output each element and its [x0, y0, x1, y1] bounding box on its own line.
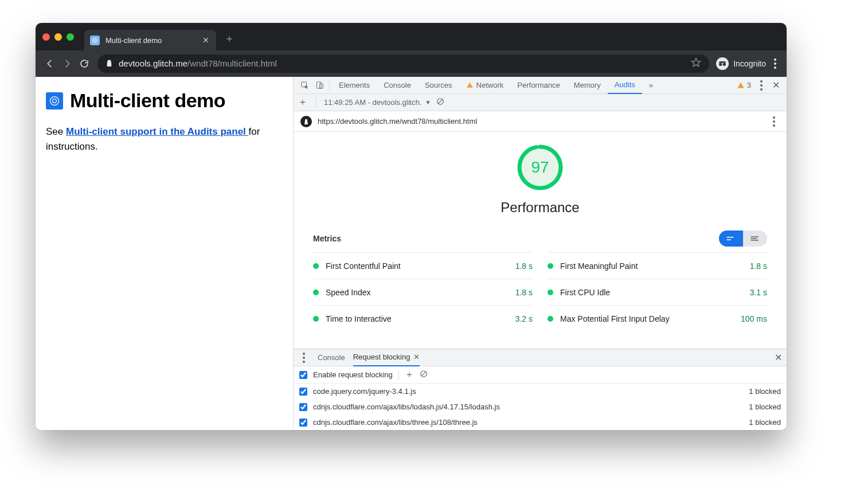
tab-elements[interactable]: Elements: [332, 77, 377, 94]
drawer-close-icon[interactable]: ✕: [775, 352, 782, 363]
metrics-grid: First Contentful Paint 1.8 s First Meani…: [294, 252, 787, 331]
incognito-indicator[interactable]: Incognito: [716, 57, 766, 70]
pattern-text: code.jquery.com/jquery-3.4.1.js: [313, 387, 416, 396]
audited-url-row: https://devtools.glitch.me/wndt78/multic…: [294, 111, 787, 132]
audited-url: https://devtools.glitch.me/wndt78/multic…: [318, 117, 477, 126]
url-path: /wndt78/multiclient.html: [187, 58, 277, 68]
audits-toolbar: ＋ 11:49:25 AM - devtools.glitch. ▼: [294, 94, 787, 111]
tab-memory[interactable]: Memory: [567, 77, 608, 94]
devtools-close-icon[interactable]: ✕: [768, 80, 783, 91]
metric-fmp: First Meaningful Paint 1.8 s: [548, 252, 767, 279]
window-controls: [42, 33, 74, 41]
devtools-settings-menu[interactable]: [756, 80, 767, 91]
metrics-view-toggle: [719, 230, 767, 247]
enable-request-blocking-checkbox[interactable]: [299, 371, 307, 379]
tab-network-label: Network: [476, 81, 504, 89]
metrics-heading: Metrics: [313, 234, 341, 243]
clear-audits-icon[interactable]: [436, 97, 444, 107]
omnibox[interactable]: devtools.glitch.me/wndt78/multiclient.ht…: [97, 54, 709, 73]
drawer-tab-console[interactable]: Console: [318, 349, 345, 366]
minimize-window-button[interactable]: [54, 33, 62, 41]
view-compact-button[interactable]: [719, 230, 743, 247]
performance-gauge: 97: [516, 143, 564, 192]
request-blocking-controls: Enable request blocking ＋: [294, 366, 787, 384]
incognito-label: Incognito: [733, 59, 766, 68]
page-content: Multi-client demo See Multi-client suppo…: [36, 77, 294, 430]
audit-url-menu[interactable]: [768, 116, 780, 127]
separator: [329, 80, 330, 91]
svg-line-20: [421, 372, 426, 376]
browser-menu-button[interactable]: [769, 58, 781, 69]
metric-value: 100 ms: [741, 314, 767, 323]
svg-point-5: [50, 96, 59, 105]
warnings-count: 3: [747, 81, 751, 89]
close-window-button[interactable]: [42, 33, 50, 41]
tab-title: Multi-client demo: [105, 36, 162, 45]
pattern-checkbox[interactable]: [299, 419, 307, 427]
metric-value: 3.1 s: [750, 288, 767, 297]
back-button[interactable]: [41, 55, 58, 72]
svg-point-4: [723, 62, 726, 65]
view-expanded-button[interactable]: [743, 230, 767, 247]
status-dot-icon: [548, 290, 553, 295]
forward-button[interactable]: [58, 55, 76, 72]
metric-value: 3.2 s: [515, 314, 533, 323]
add-pattern-button[interactable]: ＋: [405, 369, 414, 381]
separator: [398, 370, 399, 380]
instructions-link[interactable]: Multi-client support in the Audits panel: [66, 126, 249, 137]
metric-value: 1.8 s: [515, 261, 533, 271]
blocked-pattern-row[interactable]: code.jquery.com/jquery-3.4.1.js 1 blocke…: [294, 384, 787, 399]
browser-window: Multi-client demo ✕ ＋ devtools.glitch.me…: [36, 23, 787, 430]
devtools-tabs: Elements Console Sources Network Perform…: [332, 77, 660, 94]
pattern-text: cdnjs.cloudflare.com/ajax/libs/three.js/…: [313, 418, 478, 427]
svg-point-3: [719, 62, 722, 65]
drawer-tab-label: Request blocking: [353, 353, 411, 361]
metric-name: First CPU Idle: [560, 288, 743, 297]
clear-patterns-icon[interactable]: [420, 370, 428, 380]
svg-marker-2: [692, 58, 701, 67]
page-title: Multi-client demo: [70, 89, 225, 112]
warnings-badge[interactable]: 3: [733, 81, 755, 89]
pattern-checkbox[interactable]: [299, 388, 307, 396]
drawer-more-menu[interactable]: [298, 353, 310, 363]
blocked-count: 1 blocked: [749, 403, 781, 411]
page-logo-icon: [46, 92, 63, 110]
metric-mpfid: Max Potential First Input Delay 100 ms: [548, 305, 767, 331]
content-area: Multi-client demo See Multi-client suppo…: [36, 77, 787, 430]
metric-name: Time to Interactive: [326, 314, 509, 323]
more-tabs-button[interactable]: »: [642, 77, 660, 94]
blocked-count: 1 blocked: [749, 387, 781, 396]
blocked-pattern-row[interactable]: cdnjs.cloudflare.com/ajax/libs/lodash.js…: [294, 399, 787, 415]
metric-fcp: First Contentful Paint 1.8 s: [313, 252, 533, 279]
close-tab-icon[interactable]: ✕: [202, 36, 209, 44]
pattern-checkbox[interactable]: [299, 403, 307, 411]
audit-run-selector[interactable]: 11:49:25 AM - devtools.glitch. ▼: [324, 98, 431, 107]
incognito-icon: [716, 57, 729, 70]
browser-tab[interactable]: Multi-client demo ✕: [84, 30, 216, 50]
zoom-window-button[interactable]: [67, 33, 74, 41]
blocked-pattern-row[interactable]: cdnjs.cloudflare.com/ajax/libs/three.js/…: [294, 415, 787, 430]
lock-icon: [105, 60, 113, 67]
status-dot-icon: [313, 290, 319, 295]
bookmark-star-icon[interactable]: [691, 57, 701, 69]
drawer-tab-request-blocking[interactable]: Request blocking ✕: [353, 349, 420, 366]
new-tab-button[interactable]: ＋: [224, 32, 234, 45]
text-see: See: [46, 126, 66, 137]
inspect-element-icon[interactable]: [297, 81, 312, 89]
svg-rect-8: [316, 82, 321, 88]
tab-console[interactable]: Console: [377, 77, 418, 94]
tab-audits[interactable]: Audits: [608, 77, 642, 94]
device-toolbar-icon[interactable]: [312, 81, 327, 89]
lighthouse-report: 97 Performance Metrics: [294, 132, 787, 349]
tab-sources[interactable]: Sources: [418, 77, 459, 94]
reload-button[interactable]: [76, 55, 93, 72]
metric-value: 1.8 s: [515, 288, 533, 297]
pattern-text: cdnjs.cloudflare.com/ajax/libs/lodash.js…: [313, 403, 500, 411]
new-audit-button[interactable]: ＋: [298, 96, 307, 108]
status-dot-icon: [548, 263, 553, 269]
close-tab-icon[interactable]: ✕: [413, 353, 420, 361]
tab-performance[interactable]: Performance: [510, 77, 566, 94]
tab-network[interactable]: Network: [459, 77, 511, 94]
url-host: devtools.glitch.me: [119, 58, 187, 68]
devtools-panel: Elements Console Sources Network Perform…: [294, 77, 787, 430]
